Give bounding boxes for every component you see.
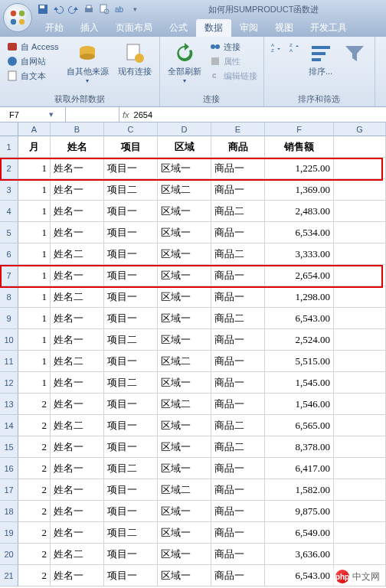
cell[interactable]: 姓名一 xyxy=(51,372,104,394)
cell[interactable]: 项目一 xyxy=(104,501,158,522)
cell[interactable]: 商品一 xyxy=(211,479,265,501)
cell[interactable]: 区域一 xyxy=(158,565,211,586)
cell[interactable]: 1 xyxy=(18,329,51,351)
cell[interactable]: 区域一 xyxy=(158,458,211,479)
from-text-button[interactable]: 自文本 xyxy=(5,69,61,83)
row-header[interactable]: 21 xyxy=(0,565,18,586)
cell[interactable] xyxy=(334,222,386,243)
col-header-F[interactable]: F xyxy=(265,122,334,136)
cell[interactable]: 商品二 xyxy=(211,201,265,222)
cell[interactable]: 区域一 xyxy=(158,286,211,308)
cell[interactable]: 商品一 xyxy=(211,158,265,179)
header-cell[interactable]: 商品 xyxy=(211,136,265,158)
row-header[interactable]: 8 xyxy=(0,286,18,308)
cell[interactable] xyxy=(334,394,386,415)
cell[interactable] xyxy=(334,372,386,394)
cell[interactable]: 2 xyxy=(18,458,51,479)
cell[interactable]: 姓名一 xyxy=(51,522,104,544)
cell[interactable]: 2,654.00 xyxy=(265,265,334,286)
cell[interactable]: 商品二 xyxy=(211,243,265,265)
cell[interactable]: 姓名一 xyxy=(51,222,104,243)
cell[interactable]: 区域二 xyxy=(158,479,211,501)
cell[interactable]: 6,543.00 xyxy=(265,308,334,329)
cell[interactable]: 姓名一 xyxy=(51,436,104,458)
header-cell[interactable]: 姓名 xyxy=(51,136,104,158)
row-header[interactable]: 15 xyxy=(0,436,18,458)
sort-az-button[interactable]: AZ xyxy=(269,40,284,55)
cell[interactable]: 区域一 xyxy=(158,243,211,265)
cell[interactable]: 6,549.00 xyxy=(265,522,334,544)
cell[interactable]: 区域二 xyxy=(158,351,211,372)
cell[interactable]: 2 xyxy=(18,544,51,565)
tab-开发工具[interactable]: 开发工具 xyxy=(302,19,355,37)
cell[interactable]: 2 xyxy=(18,479,51,501)
cell[interactable]: 2 xyxy=(18,522,51,544)
cell[interactable]: 1 xyxy=(18,179,51,201)
cell[interactable]: 1 xyxy=(18,351,51,372)
spreadsheet-grid[interactable]: ABCDEFG 1月姓名项目区域商品销售额21姓名一项目一区域一商品一1,225… xyxy=(0,122,386,586)
cell[interactable]: 姓名一 xyxy=(51,394,104,415)
cell[interactable]: 6,565.00 xyxy=(265,415,334,436)
undo-icon[interactable] xyxy=(52,3,64,15)
tab-开始[interactable]: 开始 xyxy=(37,19,72,37)
cell[interactable]: 1,546.00 xyxy=(265,394,334,415)
cell[interactable]: 商品一 xyxy=(211,522,265,544)
cell[interactable]: 1 xyxy=(18,201,51,222)
col-header-E[interactable]: E xyxy=(211,122,265,136)
cell[interactable]: 项目一 xyxy=(104,565,158,586)
cell[interactable]: 1,225.00 xyxy=(265,158,334,179)
col-header-B[interactable]: B xyxy=(51,122,104,136)
cell[interactable]: 商品一 xyxy=(211,565,265,586)
cell[interactable]: 1 xyxy=(18,222,51,243)
cell[interactable]: 姓名二 xyxy=(51,351,104,372)
cell[interactable] xyxy=(334,522,386,544)
cell[interactable]: 姓名一 xyxy=(51,565,104,586)
tab-公式[interactable]: 公式 xyxy=(161,19,196,37)
cell[interactable]: 商品一 xyxy=(211,394,265,415)
row-header[interactable]: 19 xyxy=(0,522,18,544)
cell[interactable] xyxy=(334,201,386,222)
cell[interactable]: 区域一 xyxy=(158,372,211,394)
cell[interactable]: 项目一 xyxy=(104,351,158,372)
cell[interactable]: 2 xyxy=(18,415,51,436)
cell[interactable]: 商品一 xyxy=(211,265,265,286)
cell[interactable] xyxy=(334,501,386,522)
cell[interactable]: 1,582.00 xyxy=(265,479,334,501)
cell[interactable] xyxy=(334,351,386,372)
cell[interactable]: 1 xyxy=(18,308,51,329)
fx-icon[interactable]: fx xyxy=(123,110,129,119)
preview-icon[interactable] xyxy=(98,3,110,15)
cell[interactable] xyxy=(334,243,386,265)
cell[interactable]: 姓名一 xyxy=(51,458,104,479)
cell[interactable]: 项目一 xyxy=(104,479,158,501)
tab-视图[interactable]: 视图 xyxy=(267,19,302,37)
cell[interactable] xyxy=(334,265,386,286)
sort-za-button[interactable]: ZA xyxy=(287,40,303,55)
cell[interactable]: 项目一 xyxy=(104,415,158,436)
cell[interactable]: 商品一 xyxy=(211,286,265,308)
cell[interactable]: 区域一 xyxy=(158,201,211,222)
header-cell[interactable]: 项目 xyxy=(104,136,158,158)
tab-页面布局[interactable]: 页面布局 xyxy=(107,19,161,37)
cell[interactable]: 区域一 xyxy=(158,222,211,243)
cell[interactable]: 项目二 xyxy=(104,372,158,394)
cell[interactable]: 6,543.00 xyxy=(265,565,334,586)
cell[interactable]: 姓名二 xyxy=(51,544,104,565)
cell[interactable]: 姓名二 xyxy=(51,286,104,308)
cell[interactable]: 商品一 xyxy=(211,351,265,372)
cell[interactable] xyxy=(334,415,386,436)
cell[interactable]: 3,636.00 xyxy=(265,544,334,565)
cell[interactable]: 6,534.00 xyxy=(265,222,334,243)
sort-button[interactable]: 排序... xyxy=(306,40,336,79)
row-header[interactable]: 20 xyxy=(0,544,18,565)
redo-icon[interactable] xyxy=(67,3,80,15)
cell[interactable]: 商品一 xyxy=(211,179,265,201)
cell[interactable]: 1 xyxy=(18,286,51,308)
office-button[interactable] xyxy=(3,3,32,32)
cell[interactable]: 区域一 xyxy=(158,308,211,329)
cell[interactable]: 区域二 xyxy=(158,179,211,201)
header-cell[interactable]: 区域 xyxy=(158,136,211,158)
from-other-button[interactable]: 自其他来源 ▾ xyxy=(64,40,112,86)
from-web-button[interactable]: 自网站 xyxy=(5,54,61,68)
row-header[interactable]: 6 xyxy=(0,243,18,265)
